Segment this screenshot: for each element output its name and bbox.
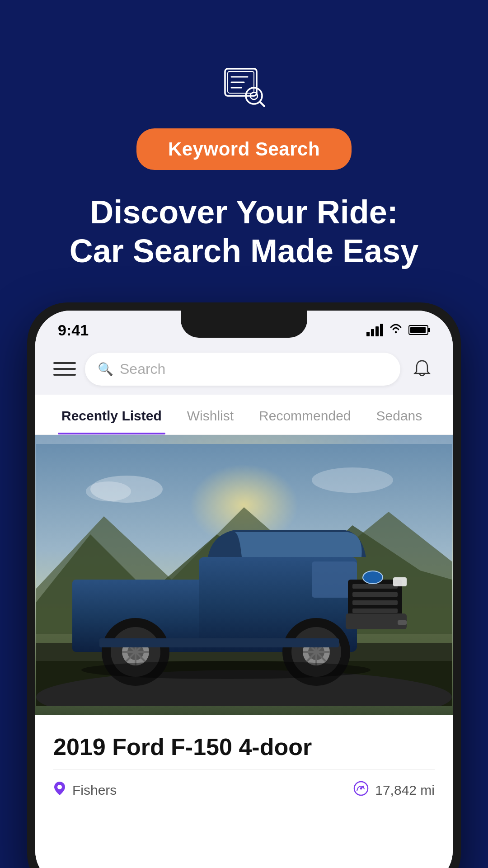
svg-rect-21: [352, 592, 398, 597]
svg-rect-22: [352, 600, 398, 605]
car-divider: [53, 769, 435, 770]
tab-recently-listed[interactable]: Recently Listed: [49, 395, 174, 434]
search-icon: 🔍: [98, 362, 113, 377]
tab-sedans[interactable]: Sedans: [364, 395, 435, 434]
app-icon: [221, 63, 267, 128]
battery-icon: [408, 325, 430, 335]
svg-point-49: [57, 785, 62, 789]
speedometer-icon: [353, 781, 369, 800]
svg-point-48: [312, 467, 393, 493]
svg-rect-27: [398, 620, 407, 625]
svg-point-47: [86, 481, 131, 501]
notification-bell-button[interactable]: [409, 356, 435, 382]
car-listing-card[interactable]: 2019 Ford F-150 4-door: [35, 435, 453, 813]
svg-point-8: [395, 331, 397, 333]
tab-wishlist[interactable]: Wishlist: [174, 395, 246, 434]
svg-line-6: [260, 102, 264, 106]
search-input[interactable]: Search: [120, 361, 165, 377]
car-info: 2019 Ford F-150 4-door: [35, 715, 453, 813]
svg-rect-25: [393, 577, 407, 586]
tab-recommended[interactable]: Recommended: [246, 395, 363, 434]
svg-point-52: [360, 787, 362, 789]
wifi-icon: [389, 324, 403, 336]
car-mileage: 17,842 mi: [353, 781, 435, 800]
car-image: [35, 435, 453, 715]
keyword-search-button[interactable]: Keyword Search: [136, 128, 352, 170]
svg-rect-20: [352, 584, 398, 589]
svg-point-45: [81, 661, 371, 679]
tabs-bar: Recently Listed Wishlist Recommended Sed…: [35, 395, 453, 435]
signal-icon: [366, 324, 383, 336]
svg-rect-23: [352, 609, 398, 613]
location-pin-icon: [53, 781, 66, 800]
hamburger-menu-button[interactable]: [53, 362, 76, 376]
phone-mockup: 9:41: [27, 302, 461, 868]
car-location: Fishers: [53, 781, 117, 800]
car-meta: Fishers: [53, 781, 435, 800]
app-content: 🔍 Search Recently Lis: [35, 344, 453, 868]
search-bar[interactable]: 🔍 Search: [85, 353, 400, 386]
svg-point-24: [363, 571, 383, 584]
app-header: 🔍 Search: [35, 344, 453, 395]
status-time: 9:41: [58, 321, 89, 339]
top-section: Keyword Search Discover Your Ride: Car S…: [0, 0, 488, 868]
notch: [181, 311, 307, 338]
status-icons: [366, 324, 430, 336]
svg-rect-26: [346, 613, 407, 629]
main-headline: Discover Your Ride: Car Search Made Easy: [33, 193, 455, 271]
car-title: 2019 Ford F-150 4-door: [53, 733, 435, 760]
status-bar: 9:41: [35, 311, 453, 344]
svg-rect-44: [99, 638, 339, 647]
